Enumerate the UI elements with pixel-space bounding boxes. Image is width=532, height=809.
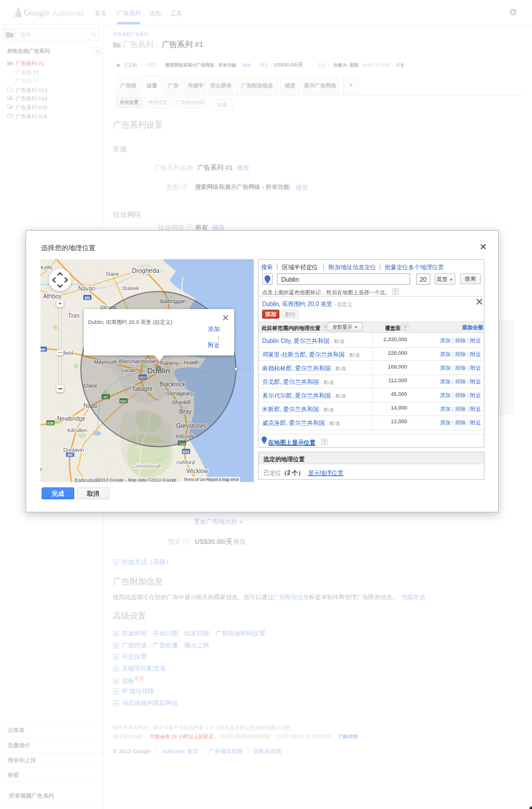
svg-text:M11: M11: [182, 450, 190, 454]
svg-text:Wicklow: Wicklow: [187, 468, 209, 474]
svg-text:Slane: Slane: [105, 271, 119, 277]
svg-text:Duleek: Duleek: [122, 285, 140, 291]
svg-text:Ashford: Ashford: [176, 459, 194, 465]
svg-text:Newbridge: Newbridge: [57, 415, 86, 422]
svg-text:M9: M9: [68, 453, 73, 457]
svg-text:Athy: Athy: [40, 465, 43, 471]
svg-text:Navan: Navan: [78, 285, 96, 292]
svg-text:E20: E20: [48, 421, 54, 425]
svg-text:Glendalough: Glendalough: [133, 463, 162, 469]
svg-text:Kilcullen: Kilcullen: [67, 427, 87, 433]
svg-text:Drogheda: Drogheda: [132, 267, 159, 274]
svg-text:Athboy: Athboy: [43, 293, 61, 300]
svg-text:M3: M3: [85, 296, 90, 300]
svg-text:Dunlavin: Dunlavin: [63, 447, 84, 453]
svg-text:M4: M4: [40, 348, 46, 351]
svg-text:Trim: Trim: [68, 313, 80, 319]
